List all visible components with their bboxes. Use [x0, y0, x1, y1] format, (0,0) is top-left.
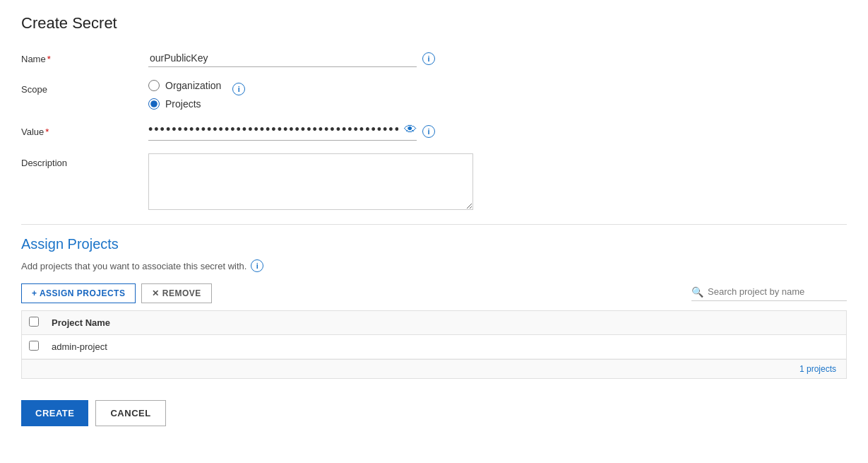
assign-projects-button[interactable]: + ASSIGN PROJECTS: [21, 283, 136, 303]
value-field-row: Value* 👁 i: [21, 122, 847, 141]
assign-projects-title: Assign Projects: [21, 236, 847, 252]
name-label: Name*: [21, 49, 148, 64]
search-wrap: 🔍: [691, 286, 847, 301]
search-icon: 🔍: [691, 286, 703, 298]
toggle-visibility-icon[interactable]: 👁: [404, 122, 417, 137]
select-all-checkbox-cell: [29, 317, 43, 329]
value-input[interactable]: [148, 122, 398, 137]
scope-organization-radio[interactable]: [148, 80, 160, 91]
description-field-row: Description: [21, 153, 847, 210]
value-control-wrap: 👁 i: [148, 122, 847, 141]
projects-count: 1 projects: [799, 364, 836, 374]
toolbar-left: + ASSIGN PROJECTS ✕ REMOVE: [21, 283, 212, 303]
description-label: Description: [21, 153, 148, 168]
scope-radio-group: Organization Projects: [148, 80, 221, 110]
name-field-row: Name* i: [21, 49, 847, 67]
scope-label: Scope: [21, 80, 148, 95]
row-checkbox[interactable]: [29, 341, 39, 351]
value-info-icon[interactable]: i: [422, 125, 435, 138]
description-textarea[interactable]: [148, 153, 473, 210]
project-name-column-header: Project Name: [52, 317, 839, 328]
assign-projects-desc: Add projects that you want to associate …: [21, 259, 847, 272]
assign-projects-section: Assign Projects Add projects that you wa…: [21, 236, 847, 379]
scope-field-row: Scope Organization Projects i: [21, 80, 847, 110]
scope-control-wrap: Organization Projects i: [148, 80, 847, 110]
scope-projects-label: Projects: [165, 98, 201, 110]
search-input[interactable]: [708, 286, 847, 297]
create-button[interactable]: CREATE: [21, 400, 88, 426]
scope-organization-option[interactable]: Organization: [148, 80, 221, 91]
scope-info-icon[interactable]: i: [232, 83, 245, 95]
name-control-wrap: i: [148, 49, 847, 67]
scope-projects-radio[interactable]: [148, 98, 160, 110]
form-actions: CREATE CANCEL: [21, 393, 847, 426]
value-password-wrap: 👁: [148, 122, 417, 141]
page-title: Create Secret: [21, 14, 847, 33]
table-header-row: Project Name: [22, 311, 846, 335]
projects-table: Project Name admin-project 1 projects: [21, 310, 847, 379]
projects-toolbar: + ASSIGN PROJECTS ✕ REMOVE 🔍: [21, 283, 847, 303]
select-all-checkbox[interactable]: [29, 317, 39, 327]
section-divider: [21, 224, 847, 225]
table-footer: 1 projects: [22, 359, 846, 378]
cancel-button[interactable]: CANCEL: [95, 400, 165, 426]
scope-projects-option[interactable]: Projects: [148, 98, 221, 110]
assign-projects-info-icon[interactable]: i: [251, 259, 263, 272]
name-info-icon[interactable]: i: [422, 52, 435, 65]
row-checkbox-cell: [29, 341, 43, 353]
remove-button[interactable]: ✕ REMOVE: [141, 283, 211, 303]
table-row: admin-project: [22, 335, 846, 359]
description-control-wrap: [148, 153, 847, 210]
name-input[interactable]: [148, 49, 417, 67]
project-name-cell: admin-project: [52, 341, 839, 352]
value-label: Value*: [21, 122, 148, 137]
scope-organization-label: Organization: [165, 80, 221, 91]
